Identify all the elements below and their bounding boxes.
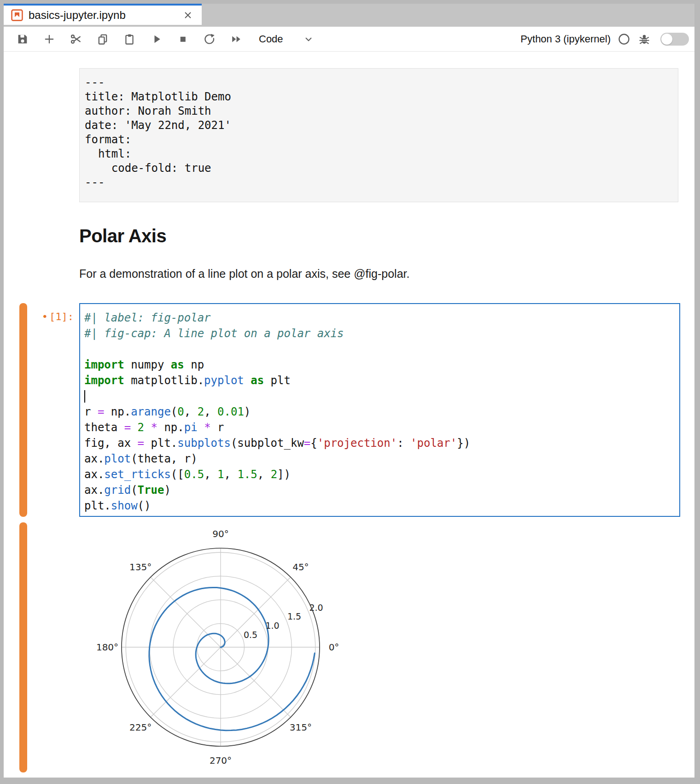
svg-text:225°: 225° bbox=[129, 722, 152, 733]
markdown-paragraph: For a demonstration of a line plot on a … bbox=[79, 267, 409, 281]
code-line: ax.plot(theta, r) bbox=[84, 451, 676, 467]
tab-bar: basics-jupyter.ipynb bbox=[4, 4, 694, 27]
svg-text:0°: 0° bbox=[329, 642, 339, 653]
close-icon[interactable] bbox=[181, 9, 194, 22]
jupyterlab-window: basics-jupyter.ipynb bbox=[4, 4, 694, 778]
svg-text:90°: 90° bbox=[212, 528, 228, 539]
code-line bbox=[84, 388, 676, 404]
code-line: ax.grid(True) bbox=[84, 482, 676, 498]
run-all-icon[interactable] bbox=[228, 31, 244, 47]
cut-icon[interactable] bbox=[68, 31, 84, 47]
raw-cell-line: author: Norah Smith bbox=[85, 104, 673, 118]
prompt-label: [1]: bbox=[49, 311, 74, 322]
input-collapser[interactable] bbox=[19, 303, 27, 517]
notebook-tab[interactable]: basics-jupyter.ipynb bbox=[4, 4, 202, 25]
raw-cell-line: --- bbox=[85, 76, 673, 90]
notebook-content: ---title: Matplotlib Demoauthor: Norah S… bbox=[4, 52, 694, 777]
raw-cell-line: format: bbox=[85, 133, 673, 147]
cell-type-dropdown[interactable]: Code bbox=[259, 33, 315, 45]
raw-cell-line: html: bbox=[85, 147, 673, 161]
raw-cell-line: date: 'May 22nd, 2021' bbox=[85, 118, 673, 133]
raw-cell-line: code-fold: true bbox=[85, 161, 673, 176]
notebook-file-icon bbox=[11, 9, 23, 21]
svg-text:2.0: 2.0 bbox=[309, 603, 323, 613]
code-line: theta = 2 * np.pi * r bbox=[84, 420, 676, 435]
svg-text:135°: 135° bbox=[129, 562, 152, 573]
code-line: fig, ax = plt.subplots(subplot_kw={'proj… bbox=[84, 435, 676, 451]
kernel-name[interactable]: Python 3 (ipykernel) bbox=[520, 33, 611, 45]
raw-yaml-cell[interactable]: ---title: Matplotlib Demoauthor: Norah S… bbox=[79, 68, 678, 202]
code-line: plt.show() bbox=[84, 498, 676, 514]
interrupt-kernel-icon[interactable] bbox=[175, 31, 191, 47]
code-line: import matplotlib.pyplot as plt bbox=[84, 373, 676, 388]
svg-text:180°: 180° bbox=[96, 642, 118, 653]
copy-icon[interactable] bbox=[95, 31, 111, 47]
execution-prompt: •[1]: bbox=[31, 311, 74, 322]
svg-text:1.0: 1.0 bbox=[265, 620, 279, 631]
code-cell-editor[interactable]: #| label: fig-polar#| fig-cap: A line pl… bbox=[79, 303, 680, 517]
toolbar-toggle[interactable] bbox=[660, 33, 689, 46]
debugger-bug-icon[interactable] bbox=[638, 33, 650, 45]
code-line: #| label: fig-polar bbox=[84, 310, 676, 326]
prompt-bullet: • bbox=[42, 311, 48, 322]
paste-icon[interactable] bbox=[122, 31, 137, 47]
chevron-down-icon bbox=[303, 33, 315, 45]
run-icon[interactable] bbox=[148, 31, 164, 47]
svg-text:270°: 270° bbox=[210, 755, 232, 766]
raw-cell-line: --- bbox=[85, 176, 673, 190]
toggle-knob bbox=[661, 34, 672, 45]
raw-cell-line: title: Matplotlib Demo bbox=[85, 90, 673, 104]
svg-text:315°: 315° bbox=[290, 722, 312, 733]
svg-text:0.5: 0.5 bbox=[244, 630, 257, 640]
code-line: #| fig-cap: A line plot on a polar axis bbox=[84, 326, 676, 341]
kernel-status-icon bbox=[618, 33, 630, 45]
notebook-toolbar: Code Python 3 (ipykernel) bbox=[4, 27, 694, 52]
screenshot-root: basics-jupyter.ipynb bbox=[0, 0, 700, 784]
code-line: import numpy as np bbox=[84, 357, 676, 373]
text-cursor bbox=[84, 390, 85, 403]
code-line: ax.set_rticks([0.5, 1, 1.5, 2]) bbox=[84, 467, 676, 482]
cell-output: 0°45°90°135°180°225°270°315°0.51.01.52.0 bbox=[74, 521, 387, 777]
code-line: r = np.arange(0, 2, 0.01) bbox=[84, 404, 676, 420]
output-collapser[interactable] bbox=[19, 522, 27, 772]
restart-kernel-icon[interactable] bbox=[202, 31, 217, 47]
markdown-heading: Polar Axis bbox=[79, 226, 166, 246]
insert-cell-icon[interactable] bbox=[41, 31, 57, 47]
kernel-group: Python 3 (ipykernel) bbox=[520, 33, 689, 46]
svg-text:45°: 45° bbox=[292, 562, 309, 573]
tab-title: basics-jupyter.ipynb bbox=[29, 9, 126, 22]
save-icon[interactable] bbox=[15, 31, 30, 47]
cell-type-value: Code bbox=[259, 33, 283, 45]
code-line bbox=[84, 341, 676, 357]
svg-text:1.5: 1.5 bbox=[287, 611, 301, 621]
polar-plot-output: 0°45°90°135°180°225°270°315°0.51.01.52.0 bbox=[74, 521, 387, 777]
